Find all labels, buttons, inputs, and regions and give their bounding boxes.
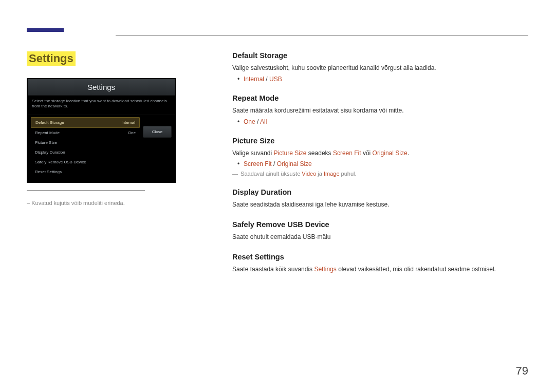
page-number: 79 [516, 364, 528, 378]
osd-close-button[interactable]: Close [143, 126, 172, 138]
osd-row-label: Repeat Mode [35, 130, 60, 135]
section-description: Saate ohutult eemaldada USB-mälu [232, 233, 528, 241]
section-heading: Reset Settings [232, 253, 528, 261]
section-repeat-mode: Repeat Mode Saate määrata kordusrežiimi … [232, 94, 528, 125]
section-heading: Safely Remove USB Device [232, 220, 528, 229]
right-column: Default Storage Valige salvestuskoht, ku… [217, 51, 528, 285]
osd-row-value: Internal [121, 120, 135, 125]
osd-row-display-duration[interactable]: Display Duration [31, 147, 140, 157]
left-column: Settings Settings Select the storage loc… [27, 51, 217, 285]
osd-title: Settings [28, 79, 175, 96]
osd-row-label: Reset Settings [35, 170, 62, 174]
osd-hint-text: Select the storage location that you wan… [28, 96, 175, 115]
section-default-storage: Default Storage Valige salvestuskoht, ku… [232, 51, 528, 83]
option-usb: USB [269, 76, 282, 83]
note-dash: ― [232, 171, 238, 177]
osd-row-safely-remove[interactable]: Safely Remove USB Device [31, 157, 140, 167]
note-term: Image [324, 171, 340, 177]
note-text: puhul. [340, 171, 357, 177]
osd-row-label: Default Storage [35, 120, 64, 125]
section-display-duration: Display Duration Saate seadistada slaidi… [232, 188, 528, 209]
caption-dash: – [27, 200, 30, 206]
section-description: Saate seadistada slaidiseansi iga lehe k… [232, 200, 528, 209]
desc-text: olevad vaikesätted, mis olid rakendatud … [337, 266, 496, 273]
desc-text: Saate taastada kõik suvandis [232, 266, 314, 273]
option-screen-fit: Screen Fit [244, 160, 272, 167]
osd-row-label: Display Duration [35, 150, 65, 155]
osd-row-reset-settings[interactable]: Reset Settings [31, 167, 140, 177]
osd-body: Default Storage Internal Repeat Mode One… [28, 115, 175, 182]
section-heading: Default Storage [232, 51, 528, 60]
osd-row-label: Picture Size [35, 140, 57, 145]
screenshot-caption: – Kuvatud kujutis võib mudeliti erineda. [27, 200, 217, 206]
section-description: Valige salvestuskoht, kuhu soovite plane… [232, 64, 528, 72]
option-separator: / [264, 76, 269, 83]
osd-preview-panel: Settings Select the storage location tha… [27, 78, 176, 183]
option-internal: Internal [244, 76, 264, 83]
section-heading: Picture Size [232, 137, 528, 145]
section-heading: Repeat Mode [232, 94, 528, 102]
desc-term: Screen Fit [333, 150, 361, 157]
osd-side-panel: Close [140, 117, 172, 177]
option-bullet: Internal / USB [232, 76, 528, 83]
option-bullet: One / All [232, 118, 528, 125]
desc-text: seadeks [307, 150, 333, 157]
desc-term: Original Size [373, 150, 408, 157]
desc-text: . [408, 150, 409, 157]
section-picture-size: Picture Size Valige suvandi Picture Size… [232, 137, 528, 177]
header-rule [116, 35, 528, 35]
option-separator: / [255, 118, 260, 125]
section-description: Valige suvandi Picture Size seadeks Scre… [232, 149, 528, 158]
osd-row-picture-size[interactable]: Picture Size [31, 138, 140, 147]
section-safely-remove: Safely Remove USB Device Saate ohutult e… [232, 220, 528, 241]
osd-row-value: One [128, 130, 136, 135]
osd-row-label: Safely Remove USB Device [35, 160, 86, 164]
page-title: Settings [27, 51, 76, 66]
section-description: Saate taastada kõik suvandis Settings ol… [232, 265, 528, 274]
note-term: Video [302, 171, 316, 177]
section-reset-settings: Reset Settings Saate taastada kõik suvan… [232, 253, 528, 274]
option-all: All [260, 118, 267, 125]
section-heading: Display Duration [232, 188, 528, 196]
note-text: ja [316, 171, 324, 177]
osd-row-repeat-mode[interactable]: Repeat Mode One [31, 128, 140, 138]
desc-text: Valige suvandi [232, 150, 274, 157]
caption-separator [27, 190, 145, 191]
availability-note: ― Saadaval ainult üksuste Video ja Image… [232, 171, 528, 177]
option-original-size: Original Size [277, 160, 312, 167]
desc-term: Settings [314, 266, 336, 273]
option-bullet: Screen Fit / Original Size [232, 160, 528, 167]
note-text: Saadaval ainult üksuste [240, 171, 302, 177]
content-container: Settings Settings Select the storage loc… [0, 0, 555, 285]
desc-term: Picture Size [274, 150, 307, 157]
osd-row-default-storage[interactable]: Default Storage Internal [31, 117, 140, 128]
option-one: One [244, 118, 255, 125]
caption-text: Kuvatud kujutis võib mudeliti erineda. [31, 200, 125, 206]
option-separator: / [272, 160, 277, 167]
section-description: Saate määrata kordusrežiimi esitatavat s… [232, 106, 528, 115]
osd-menu-list: Default Storage Internal Repeat Mode One… [31, 117, 140, 177]
desc-text: või [361, 150, 373, 157]
header-accent-bar [27, 28, 64, 32]
